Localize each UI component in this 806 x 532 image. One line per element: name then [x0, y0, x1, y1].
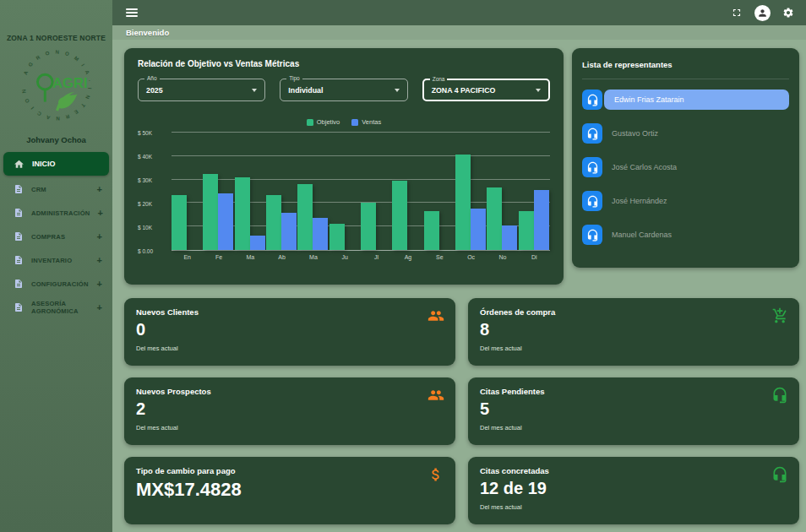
- rep-item[interactable]: Gustavo Ortiz: [582, 123, 789, 144]
- stat-value: 2: [136, 399, 444, 419]
- bar-group-3-Ab: [266, 133, 297, 250]
- dollar-icon: [428, 466, 444, 483]
- sidebar: ZONA 1 NOROESTE NORTE A G R O N O M I A …: [0, 0, 112, 532]
- legend-item-ventas[interactable]: Ventas: [351, 118, 381, 126]
- chart-x-axis: EnFeMaAbMaJuJlAgSeOcNoDi: [172, 254, 550, 260]
- type-select-label: Tipo: [286, 75, 302, 81]
- sidebar-item-asesoria-agronomica[interactable]: ASESORÍA AGRONÓMICA +: [0, 296, 112, 319]
- bar-objetivo-9: [455, 155, 471, 250]
- x-tick-label: Ag: [392, 254, 423, 260]
- y-tick-label: $ 30K: [138, 177, 152, 183]
- sidebar-item-crm[interactable]: CRM +: [0, 177, 112, 201]
- stat-subtitle: Del mes actual: [136, 424, 444, 432]
- x-tick-label: Ab: [266, 254, 297, 260]
- sidebar-item-administracion[interactable]: ADMINISTRACIÓN +: [0, 201, 112, 225]
- bar-group-8-Se: [424, 133, 455, 250]
- bar-group-7-Ag: [392, 133, 423, 250]
- zone-select[interactable]: Zona ZONA 4 PACIFICO: [422, 79, 550, 101]
- expand-plus-icon[interactable]: +: [97, 231, 102, 242]
- sidebar-item-inventario[interactable]: INVENTARIO +: [0, 248, 112, 272]
- bar-objetivo-7: [392, 181, 407, 250]
- zone-title: ZONA 1 NOROESTE NORTE: [7, 34, 106, 42]
- people-icon: [428, 307, 444, 324]
- gear-icon[interactable]: [782, 7, 794, 19]
- user-name: Johvany Ochoa: [26, 135, 86, 144]
- bar-objetivo-10: [487, 187, 502, 250]
- year-select[interactable]: Año 2025: [138, 79, 265, 101]
- bar-group-1-Fe: [203, 133, 234, 250]
- page-title: Bienvenido: [112, 25, 806, 40]
- bars-row: [172, 133, 550, 250]
- y-tick-label: $ 50K: [138, 130, 152, 136]
- headset-icon: [582, 225, 602, 245]
- sidebar-item-label: COMPRAS: [31, 233, 90, 241]
- stat-title: Nuevos Clientes: [136, 307, 444, 317]
- bar-objetivo-8: [424, 211, 439, 250]
- sidebar-item-inicio[interactable]: INICIO: [3, 152, 109, 176]
- rep-item[interactable]: José Carlos Acosta: [582, 157, 789, 177]
- expand-plus-icon[interactable]: +: [97, 255, 102, 265]
- rep-item-selected[interactable]: Edwin Frias Zatarain: [582, 90, 789, 110]
- fullscreen-icon[interactable]: [731, 7, 743, 19]
- x-axis-spacer: [138, 254, 172, 260]
- bar-group-6-Jl: [361, 133, 392, 250]
- stat-value: 0: [136, 320, 444, 339]
- document-icon: [14, 279, 24, 289]
- type-select[interactable]: Tipo Individual: [280, 79, 407, 101]
- x-tick-label: Jl: [361, 254, 392, 260]
- app-window: ZONA 1 NOROESTE NORTE A G R O N O M I A …: [0, 0, 806, 532]
- x-tick-label: En: [172, 254, 203, 260]
- x-tick-label: Fe: [203, 254, 234, 260]
- expand-plus-icon[interactable]: +: [97, 279, 102, 289]
- type-select-value: Individual: [288, 86, 323, 95]
- chevron-down-icon: [252, 89, 257, 92]
- rep-name: José Carlos Acosta: [612, 163, 677, 171]
- stat-value: MX$17.4828: [136, 479, 444, 501]
- stat-subtitle: Del mes actual: [480, 345, 787, 352]
- svg-text:AGRI: AGRI: [52, 75, 88, 91]
- bar-group-11-Di: [519, 133, 550, 250]
- y-tick-label: $ 20K: [138, 201, 152, 207]
- legend-swatch-objetivo: [307, 119, 313, 126]
- stat-title: Nuevos Prospectos: [136, 387, 444, 396]
- year-select-value: 2025: [146, 86, 163, 95]
- sidebar-item-label: INICIO: [32, 160, 56, 168]
- bar-chart: $ 0.00$ 10K$ 20K$ 30K$ 40K$ 50K EnFeMaAb…: [138, 133, 550, 260]
- stat-card-ordenes-compra: Órdenes de compra 8 Del mes actual: [468, 298, 799, 366]
- sidebar-item-label: ASESORÍA AGRONÓMICA: [31, 300, 90, 315]
- headset-icon: [582, 90, 602, 110]
- x-tick-label: Oc: [455, 254, 487, 260]
- representatives-title: Lista de representantes: [582, 60, 789, 69]
- sidebar-item-configuracion[interactable]: CONFIGURACIÓN +: [0, 272, 112, 296]
- y-tick-label: $ 0.00: [138, 248, 153, 254]
- sidebar-item-label: ADMINISTRACIÓN: [31, 209, 90, 217]
- chevron-down-icon: [395, 89, 400, 92]
- bar-ventas-1: [218, 193, 233, 250]
- chart-filters: Año 2025 Tipo Individual Zona ZONA 4 PAC…: [138, 79, 550, 101]
- chart-card: Relación de Objetivo vs Ventas Métricas …: [124, 48, 564, 285]
- rep-item[interactable]: José Hernández: [582, 191, 789, 211]
- stat-card-nuevos-clientes: Nuevos Clientes 0 Del mes actual: [124, 298, 455, 366]
- sidebar-item-compras[interactable]: COMPRAS +: [0, 225, 112, 248]
- legend-swatch-ventas: [351, 119, 358, 126]
- legend-label: Ventas: [362, 118, 381, 126]
- stats-grid: Nuevos Clientes 0 Del mes actual Órdenes…: [112, 285, 806, 524]
- expand-plus-icon[interactable]: +: [97, 302, 102, 312]
- avatar[interactable]: [754, 5, 771, 21]
- bar-objetivo-0: [172, 195, 187, 250]
- expand-plus-icon[interactable]: +: [97, 208, 102, 218]
- stat-subtitle: Del mes actual: [480, 424, 787, 432]
- bar-objetivo-3: [266, 195, 281, 250]
- bar-group-10-No: [487, 133, 518, 250]
- headset-icon: [771, 466, 788, 483]
- expand-plus-icon[interactable]: +: [97, 184, 102, 194]
- stat-title: Órdenes de compra: [480, 307, 787, 317]
- bar-objetivo-11: [519, 211, 534, 250]
- year-select-label: Año: [144, 75, 160, 81]
- menu-icon[interactable]: [126, 7, 138, 19]
- document-icon: [14, 184, 24, 194]
- x-tick-label: Se: [424, 254, 455, 260]
- cart-plus-icon: [771, 307, 788, 324]
- legend-item-objetivo[interactable]: Objetivo: [307, 118, 340, 126]
- rep-item[interactable]: Manuel Cardenas: [582, 225, 789, 245]
